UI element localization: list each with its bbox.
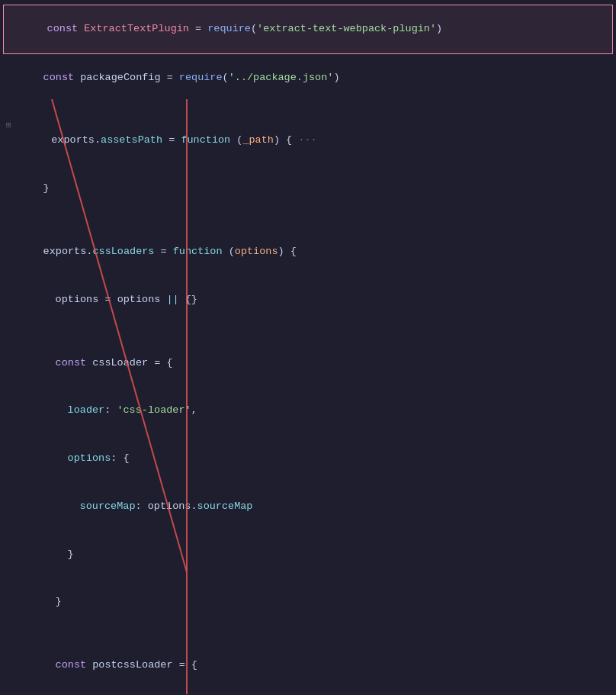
code-line-17: const postcssLoader = {: [0, 642, 616, 690]
code-line-2: const packageConfig = require('../packag…: [0, 54, 616, 102]
code-editor: const ExtractTextPlugin = require('extra…: [0, 0, 616, 695]
line-content-7: exports.cssLoaders = function (options) …: [6, 228, 297, 276]
line-content-4: exports.assetsPath = function (_path) { …: [14, 117, 317, 166]
collapse-icon-4[interactable]: ⊞: [6, 119, 11, 132]
code-line-18: loader: 'postcss-loader',: [0, 690, 616, 695]
line-content-13: sourceMap: options.sourceMap: [43, 483, 252, 531]
code-line-4: ⊞ exports.assetsPath = function (_path) …: [0, 117, 616, 166]
code-line-11: loader: 'css-loader',: [0, 387, 616, 435]
line-content-1: const ExtractTextPlugin = require('extra…: [10, 5, 442, 53]
blank-line-9: [0, 324, 616, 339]
code-line-7: exports.cssLoaders = function (options) …: [0, 228, 616, 276]
blank-line-3: [0, 102, 616, 117]
blank-line-16: [0, 626, 616, 642]
line-content-14: }: [30, 531, 74, 579]
line-content-15: }: [18, 578, 62, 626]
line-content-18: loader: 'postcss-loader',: [30, 690, 222, 695]
code-line-1: const ExtractTextPlugin = require('extra…: [3, 5, 613, 54]
line-content-11: loader: 'css-loader',: [30, 387, 197, 435]
line-content-17: const postcssLoader = {: [18, 642, 197, 690]
code-line-12: options: {: [0, 435, 616, 483]
code-line-14: }: [0, 531, 616, 579]
code-line-15: }: [0, 578, 616, 626]
code-line-13: sourceMap: options.sourceMap: [0, 483, 616, 531]
line-content-10: const cssLoader = {: [18, 339, 173, 388]
line-content-8: options = options || {}: [18, 276, 197, 324]
line-content-12: options: {: [30, 435, 130, 483]
line-content-2: const packageConfig = require('../packag…: [6, 54, 340, 102]
code-line-8: options = options || {}: [0, 276, 616, 324]
blank-line-6: [0, 213, 616, 228]
code-line-5: }: [0, 165, 616, 213]
code-line-10: const cssLoader = {: [0, 339, 616, 388]
line-content-5: }: [6, 165, 50, 213]
